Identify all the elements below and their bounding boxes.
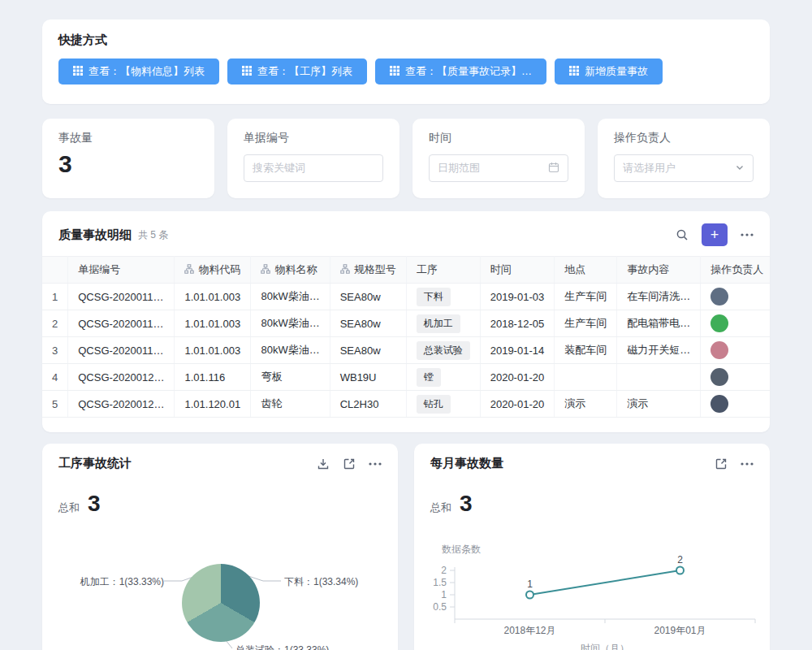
cell-place: 演示 bbox=[555, 391, 617, 418]
pie-label-blanking: 下料：1(33.34%) bbox=[284, 575, 358, 589]
column-header-5[interactable]: 工序 bbox=[406, 257, 480, 284]
cell-spec-model: SEA80w bbox=[330, 284, 406, 310]
stat-label: 事故量 bbox=[58, 131, 198, 145]
cell-place: 装配车间 bbox=[555, 337, 617, 364]
cell-time: 2018-12-05 bbox=[480, 310, 555, 337]
row-index: 5 bbox=[42, 391, 68, 418]
table-row[interactable]: 5 QCSG-2020012… 1.01.120.01 齿轮 CL2H30 钻孔… bbox=[42, 391, 770, 418]
relation-icon bbox=[261, 264, 270, 276]
table-body: 1 QCSG-2020011… 1.01.01.003 80kW柴油… SEA8… bbox=[42, 284, 770, 418]
add-record-button[interactable]: + bbox=[702, 223, 728, 246]
operator-select[interactable]: 请选择用户 bbox=[614, 154, 754, 182]
cell-operator bbox=[701, 337, 770, 364]
view-material-list-button[interactable]: 查看：【物料信息】列表 bbox=[58, 58, 219, 84]
operator-avatar bbox=[710, 395, 728, 413]
cell-process: 钻孔 bbox=[406, 391, 480, 418]
table-scroll-area[interactable]: 单据编号物料代码物料名称规格型号工序时间地点事故内容操作负责人 1 QCSG-2… bbox=[42, 256, 770, 418]
operator-filter-card: 操作负责人 请选择用户 bbox=[598, 119, 770, 198]
column-header-8[interactable]: 事故内容 bbox=[617, 257, 701, 284]
external-link-icon[interactable] bbox=[343, 457, 356, 470]
cell-operator bbox=[701, 391, 770, 418]
calendar-icon bbox=[548, 162, 559, 176]
svg-text:2019年01月: 2019年01月 bbox=[654, 625, 706, 636]
pie-chart[interactable] bbox=[182, 564, 260, 642]
column-header-2[interactable]: 物料代码 bbox=[175, 257, 251, 284]
column-label: 物料名称 bbox=[274, 263, 317, 275]
pie-label-assembly-test: 总装试验：1(33.33%) bbox=[235, 644, 329, 650]
more-options-icon[interactable] bbox=[741, 462, 754, 466]
date-range-input[interactable]: 日期范围 bbox=[429, 154, 568, 182]
view-process-list-button[interactable]: 查看：【工序】列表 bbox=[227, 58, 367, 84]
operator-avatar bbox=[710, 368, 728, 386]
view-quality-records-button[interactable]: 查看：【质量事故记录】… bbox=[375, 58, 546, 84]
column-label: 工序 bbox=[417, 263, 438, 275]
cell-material-name: 80kW柴油… bbox=[251, 310, 330, 337]
cell-process: 机加工 bbox=[406, 310, 480, 337]
cell-doc-no: QCSG-2020011… bbox=[68, 337, 175, 364]
column-header-0[interactable] bbox=[42, 257, 68, 284]
operator-avatar bbox=[710, 341, 728, 359]
svg-text:2: 2 bbox=[677, 554, 683, 566]
cell-spec-model: CL2H30 bbox=[330, 391, 406, 418]
table-header-row: 单据编号物料代码物料名称规格型号工序时间地点事故内容操作负责人 bbox=[42, 257, 770, 284]
more-options-icon[interactable] bbox=[369, 462, 382, 466]
cell-content: 在车间清洗… bbox=[617, 284, 701, 310]
cell-content: 磁力开关短… bbox=[617, 337, 701, 364]
shortcuts-button-row: 查看：【物料信息】列表 查看：【工序】列表 查看：【质量事故记录】… 新增质量事… bbox=[58, 58, 754, 84]
column-header-6[interactable]: 时间 bbox=[480, 257, 555, 284]
more-options-icon[interactable] bbox=[741, 233, 754, 236]
cell-operator bbox=[701, 364, 770, 391]
time-filter-card: 时间 日期范围 bbox=[412, 119, 585, 198]
table-row[interactable]: 1 QCSG-2020011… 1.01.01.003 80kW柴油… SEA8… bbox=[42, 284, 770, 310]
column-label: 规格型号 bbox=[354, 263, 396, 275]
filter-label: 时间 bbox=[429, 131, 568, 145]
cell-content bbox=[617, 364, 701, 391]
cell-process: 总装试验 bbox=[406, 337, 480, 364]
column-label: 地点 bbox=[564, 263, 585, 275]
column-label: 事故内容 bbox=[627, 263, 669, 275]
column-header-3[interactable]: 物料名称 bbox=[251, 257, 330, 284]
cell-doc-no: QCSG-2020012… bbox=[68, 391, 175, 418]
search-icon[interactable] bbox=[676, 228, 689, 241]
filter-label: 操作负责人 bbox=[614, 131, 754, 145]
doc-no-filter-card: 单据编号 搜索关键词 bbox=[227, 119, 400, 198]
column-label: 物料代码 bbox=[198, 263, 240, 275]
grid-icon bbox=[569, 66, 579, 78]
add-quality-accident-button[interactable]: 新增质量事故 bbox=[555, 58, 663, 84]
download-icon[interactable] bbox=[317, 457, 330, 470]
cell-material-code: 1.01.01.003 bbox=[175, 310, 251, 337]
input-placeholder: 日期范围 bbox=[438, 161, 480, 176]
column-header-7[interactable]: 地点 bbox=[555, 257, 617, 284]
cell-content: 演示 bbox=[617, 391, 701, 418]
doc-no-search-input[interactable]: 搜索关键词 bbox=[244, 154, 383, 182]
column-header-4[interactable]: 规格型号 bbox=[330, 257, 406, 284]
external-link-icon[interactable] bbox=[715, 457, 728, 470]
column-label: 单据编号 bbox=[78, 263, 120, 275]
input-placeholder: 搜索关键词 bbox=[253, 161, 305, 176]
cell-doc-no: QCSG-2020011… bbox=[68, 284, 175, 310]
table-row[interactable]: 2 QCSG-2020011… 1.01.01.003 80kW柴油… SEA8… bbox=[42, 310, 770, 337]
pie-card-header: 工序事故统计 bbox=[42, 444, 398, 471]
pie-chart-area: 机加工：1(33.33%) 下料：1(33.34%) 总装试验：1(33.33%… bbox=[42, 557, 398, 650]
process-tag: 总装试验 bbox=[417, 341, 470, 360]
process-accident-stats-card: 工序事故统计 总和 3 机加工：1(33.33%) 下料：1(33.34%) 总… bbox=[42, 444, 398, 650]
column-header-1[interactable]: 单据编号 bbox=[68, 257, 175, 284]
cell-material-code: 1.01.120.01 bbox=[175, 391, 251, 418]
table-row[interactable]: 4 QCSG-2020012… 1.01.116 弯板 WB19U 镗 2020… bbox=[42, 364, 770, 391]
table-toolbar: 质量事故明细 共 5 条 + bbox=[42, 211, 770, 256]
stat-value: 3 bbox=[58, 150, 198, 178]
cell-time: 2020-01-20 bbox=[480, 364, 555, 391]
shortcuts-card: 快捷方式 查看：【物料信息】列表 查看：【工序】列表 查看：【质量事故记录】… … bbox=[42, 20, 770, 104]
cell-spec-model: SEA80w bbox=[330, 337, 406, 364]
svg-text:0.5: 0.5 bbox=[433, 601, 447, 613]
cell-doc-no: QCSG-2020011… bbox=[68, 310, 175, 337]
cell-material-name: 弯板 bbox=[251, 364, 330, 391]
table-row[interactable]: 3 QCSG-2020011… 1.01.01.003 80kW柴油… SEA8… bbox=[42, 337, 770, 364]
column-header-9[interactable]: 操作负责人 bbox=[701, 257, 770, 284]
svg-text:1: 1 bbox=[441, 589, 447, 600]
operator-avatar bbox=[710, 314, 728, 332]
line-chart: 0.511.5212018年12月22019年01月时间（月） bbox=[414, 554, 770, 650]
svg-text:2: 2 bbox=[441, 565, 447, 576]
total-value: 3 bbox=[460, 491, 473, 517]
svg-text:时间（月）: 时间（月） bbox=[581, 643, 629, 650]
